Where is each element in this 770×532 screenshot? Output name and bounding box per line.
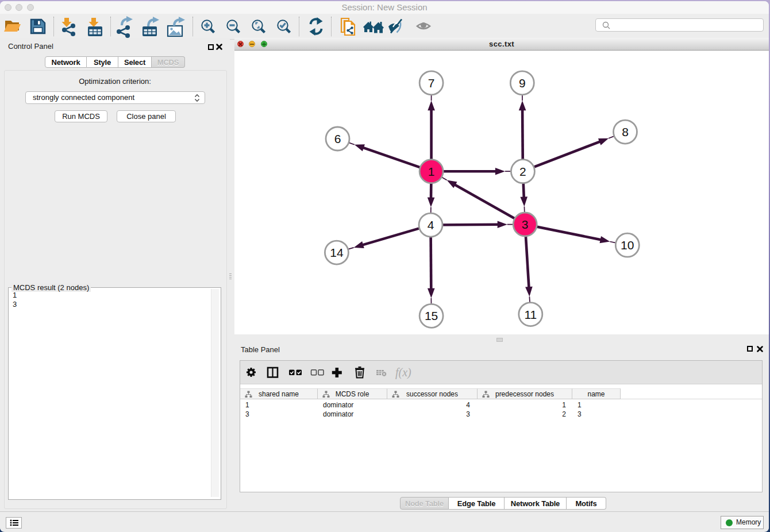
svg-text:6: 6 bbox=[334, 132, 341, 145]
svg-text:1: 1 bbox=[428, 165, 435, 178]
svg-text:f(x): f(x) bbox=[395, 366, 411, 379]
svg-text:4: 4 bbox=[428, 218, 434, 232]
svg-text:9: 9 bbox=[519, 76, 526, 90]
svg-text:15: 15 bbox=[425, 309, 438, 322]
svg-text:14: 14 bbox=[330, 246, 344, 259]
svg-text:3: 3 bbox=[522, 218, 529, 231]
svg-text:10: 10 bbox=[621, 238, 634, 252]
svg-text:8: 8 bbox=[622, 125, 629, 138]
svg-text:7: 7 bbox=[428, 76, 435, 90]
svg-text:2: 2 bbox=[519, 165, 526, 178]
svg-text:11: 11 bbox=[524, 308, 537, 321]
